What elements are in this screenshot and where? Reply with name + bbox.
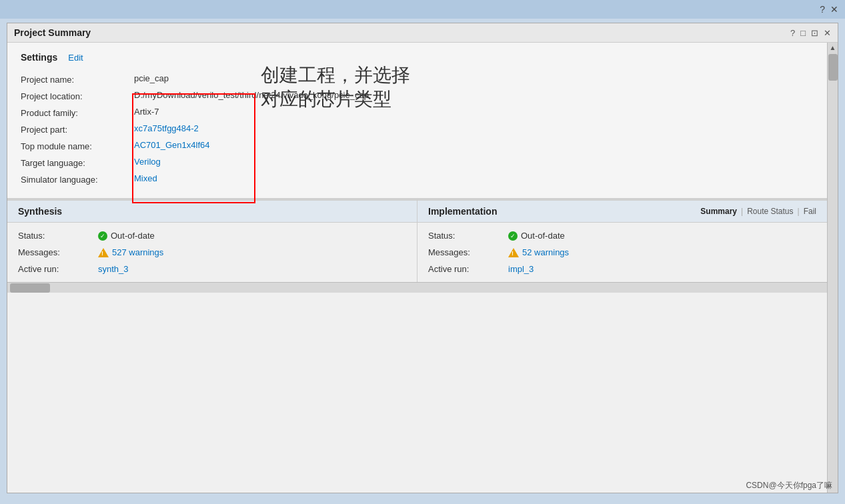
synthesis-messages-label: Messages:	[18, 247, 98, 257]
close-icon[interactable]: ✕	[830, 4, 838, 15]
impl-status-label: Status:	[428, 231, 508, 241]
target-language-value: Verilog	[134, 157, 814, 168]
simulator-language-value: Mixed	[134, 173, 814, 185]
top-bar: ? ✕	[0, 0, 845, 19]
synthesis-title: Synthesis	[18, 206, 62, 217]
project-part-label: Project part:	[21, 123, 134, 135]
implementation-title: Implementation	[428, 206, 497, 217]
synthesis-active-run-label: Active run:	[18, 264, 98, 274]
impl-active-run-value: impl_3	[508, 264, 816, 274]
synthesis-panel: Synthesis Status: Out-of-date Messages: …	[7, 199, 417, 282]
annotation-text: 创建工程，并选择 对应的芯片类型	[261, 63, 410, 112]
help-icon[interactable]: ?	[820, 4, 825, 15]
synthesis-header: Synthesis	[7, 199, 417, 223]
tab-summary[interactable]: Summary	[700, 207, 737, 216]
scroll-up-arrow[interactable]: ▲	[830, 44, 836, 51]
settings-section: Settings Edit Project name: pcie_cap Pro…	[7, 43, 827, 199]
project-location-label: Project location:	[21, 90, 134, 101]
window-minimize-button[interactable]: □	[800, 28, 806, 38]
window-body: Settings Edit Project name: pcie_cap Pro…	[7, 43, 838, 493]
impl-messages-value: 52 warnings	[508, 247, 816, 257]
product-family-value: Artix-7	[134, 107, 814, 118]
synthesis-warning-icon	[98, 248, 109, 257]
impl-status-value: Out-of-date	[508, 231, 816, 241]
window-controls: ? □ ⊡ ✕	[790, 28, 831, 38]
target-language-label: Target language:	[21, 157, 134, 168]
settings-title: Settings	[21, 52, 57, 63]
project-name-label: Project name:	[21, 73, 134, 85]
edit-link[interactable]: Edit	[68, 53, 83, 63]
synthesis-status-icon	[98, 231, 107, 241]
content-area: Settings Edit Project name: pcie_cap Pro…	[7, 43, 827, 493]
implementation-panel: Implementation Summary | Route Status | …	[417, 199, 827, 282]
synthesis-status-value: Out-of-date	[98, 231, 406, 241]
product-family-label: Product family:	[21, 107, 134, 118]
tab-route-status[interactable]: Route Status	[747, 207, 793, 216]
scrollbar-thumb[interactable]	[828, 54, 838, 81]
tab-separator-1: |	[741, 207, 743, 216]
synthesis-status-label: Status:	[18, 231, 98, 241]
impl-messages-label: Messages:	[428, 247, 508, 257]
main-window: Project Summary ? □ ⊡ ✕ Settings Edit Pr…	[7, 23, 838, 493]
project-name-value: pcie_cap	[134, 73, 814, 85]
settings-header: Settings Edit	[21, 52, 814, 63]
implementation-body: Status: Out-of-date Messages: 52 warning…	[417, 223, 827, 282]
project-location-value: D:/myDownload/verilo_test/third/net24/vi…	[134, 90, 814, 101]
info-grid: Project name: pcie_cap Project location:…	[21, 73, 814, 185]
top-module-label: Top module name:	[21, 140, 134, 151]
bottom-panels: Synthesis Status: Out-of-date Messages: …	[7, 199, 827, 282]
impl-warning-icon	[508, 248, 519, 257]
simulator-language-label: Simulator language:	[21, 173, 134, 185]
tab-separator-2: |	[798, 207, 800, 216]
synthesis-messages-value: 527 warnings	[98, 247, 406, 257]
impl-active-run-label: Active run:	[428, 264, 508, 274]
implementation-header: Implementation Summary | Route Status | …	[417, 199, 827, 223]
bottom-scrollbar	[7, 282, 827, 293]
bottom-scrollbar-thumb[interactable]	[10, 283, 50, 293]
synthesis-active-run-value: synth_3	[98, 264, 406, 274]
project-part-value: xc7a75tfgg484-2	[134, 123, 814, 135]
window-title: Project Summary	[14, 27, 91, 38]
window-help-button[interactable]: ?	[790, 28, 795, 38]
top-module-value: AC701_Gen1x4lf64	[134, 140, 814, 151]
tab-fail[interactable]: Fail	[804, 207, 816, 216]
window-restore-button[interactable]: ⊡	[811, 28, 818, 38]
right-scrollbar: ▲	[827, 43, 838, 493]
window-titlebar: Project Summary ? □ ⊡ ✕	[7, 23, 838, 43]
synthesis-body: Status: Out-of-date Messages: 527 warnin…	[7, 223, 417, 282]
implementation-tabs: Summary | Route Status | Fail	[700, 207, 816, 216]
window-close-button[interactable]: ✕	[824, 28, 831, 38]
csdn-watermark: CSDN@今天你fpga了嘛	[746, 480, 832, 491]
impl-status-icon	[508, 231, 518, 241]
